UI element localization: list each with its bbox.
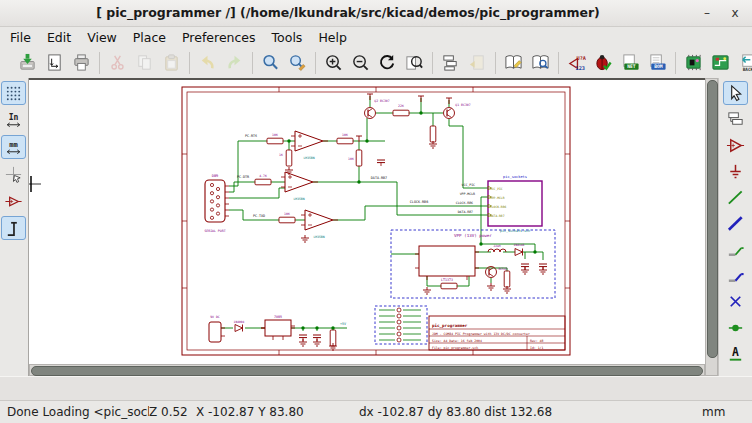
svg-text:10K: 10K	[284, 212, 290, 216]
tool-redo	[221, 50, 248, 76]
horizontal-scroll-thumb[interactable]	[31, 366, 703, 376]
tool-cut	[104, 50, 131, 76]
svg-text:CLOCK-RB6: CLOCK-RB6	[490, 205, 506, 209]
menu-place[interactable]: Place	[125, 28, 174, 47]
vertical-scrollbar[interactable]	[705, 78, 718, 376]
svg-text:mm: mm	[10, 140, 19, 149]
tool-save[interactable]	[14, 50, 41, 76]
tool-units-mm[interactable]: mm	[1, 135, 26, 159]
menu-view[interactable]: View	[79, 28, 125, 47]
titlebar: [ pic_programmer /] (/home/lkundrak/src/…	[0, 0, 752, 27]
tool-cursor-shape[interactable]	[1, 162, 26, 186]
svg-text:Id: 1/1: Id: 1/1	[530, 346, 544, 350]
grid-icon	[4, 84, 23, 103]
toolbar-left: Inmm	[0, 78, 29, 376]
tool-library-browser[interactable]	[527, 50, 554, 76]
tool-zoom-out[interactable]	[347, 50, 374, 76]
page-settings-icon	[45, 53, 64, 72]
svg-text:U?A: U?A	[577, 55, 586, 61]
svg-text:VCC_PIC: VCC_PIC	[461, 183, 475, 187]
menu-help[interactable]: Help	[310, 28, 355, 47]
tool-zoom-fit[interactable]	[401, 50, 428, 76]
tool-wire-to-bus[interactable]	[723, 237, 748, 261]
svg-text:Size: A4 Date: 16 feb 200: Size: A4 Date: 16 feb 2004	[432, 339, 482, 343]
tool-netlist[interactable]: NET	[617, 50, 644, 76]
tool-hierarchy-sheet[interactable]	[723, 107, 748, 131]
tool-cursor[interactable]	[723, 81, 748, 105]
cvpcb-icon	[684, 53, 703, 72]
tool-grid[interactable]	[1, 81, 26, 105]
svg-text:7805: 7805	[274, 315, 282, 319]
tool-print[interactable]	[68, 50, 95, 76]
minimize-button[interactable]: –	[696, 4, 718, 22]
tool-place-power[interactable]	[723, 159, 748, 183]
tool-hierarchy-navigator[interactable]	[437, 50, 464, 76]
tool-find[interactable]	[257, 50, 284, 76]
svg-text:Q2 BC307: Q2 BC307	[374, 99, 389, 103]
tool-back-annotate[interactable]: BACK	[734, 50, 752, 76]
menu-preferences[interactable]: Preferences	[174, 28, 264, 47]
tool-annotate[interactable]: U?A123	[563, 50, 590, 76]
tool-zoom-redraw[interactable]	[374, 50, 401, 76]
tool-erc[interactable]	[590, 50, 617, 76]
status-message: Done Loading <pic_socke...	[0, 405, 149, 419]
statusbar: Done Loading <pic_socke... Z 0.52 X -102…	[0, 400, 752, 423]
tool-find-replace[interactable]	[284, 50, 311, 76]
tool-pcbnew[interactable]	[707, 50, 734, 76]
toolbar-separator	[99, 52, 100, 74]
tool-no-connect[interactable]	[723, 289, 748, 313]
svg-text:10K: 10K	[348, 157, 354, 161]
vertical-scroll-thumb[interactable]	[707, 80, 718, 358]
tool-cvpcb[interactable]	[680, 50, 707, 76]
svg-text:VPP-MCLR: VPP-MCLR	[460, 192, 475, 196]
svg-text:DATA-RB7: DATA-RB7	[371, 176, 387, 180]
tool-bus-to-bus[interactable]	[723, 263, 748, 287]
menu-edit[interactable]: Edit	[39, 28, 79, 47]
tool-place-label[interactable]: A	[723, 341, 748, 365]
window-title: [ pic_programmer /] (/home/lkundrak/src/…	[0, 5, 696, 20]
tool-units-inch[interactable]: In	[1, 108, 26, 132]
toolbar-top: U?A123NETBOMBACK	[0, 48, 752, 79]
zoom-in-icon	[324, 53, 343, 72]
toolbar-separator	[558, 52, 559, 74]
menu-file[interactable]: File	[2, 28, 39, 47]
svg-text:VPP-MCLR: VPP-MCLR	[490, 196, 505, 200]
close-button[interactable]: x	[724, 4, 746, 22]
find-replace-icon	[288, 53, 307, 72]
status-delta: dx -102.87 dy 83.80 dist 132.68	[359, 405, 612, 419]
svg-text:+5V: +5V	[340, 322, 346, 326]
tool-hidden-pins[interactable]	[1, 189, 26, 213]
horizontal-scrollbar[interactable]	[29, 364, 705, 376]
tool-leave-sheet	[464, 50, 491, 76]
svg-text:VCC_PIC: VCC_PIC	[490, 187, 503, 191]
toolbar-separator	[189, 52, 190, 74]
status-position: X -102.87 Y 83.80	[196, 405, 359, 419]
netlist-icon: NET	[621, 53, 640, 72]
tool-page-settings[interactable]	[41, 50, 68, 76]
menu-tools[interactable]: Tools	[264, 28, 311, 47]
svg-text:JDM - COM84 PIC Programmer wit: JDM - COM84 PIC Programmer with 13V DC/D…	[432, 332, 530, 336]
toolbar-separator	[252, 52, 253, 74]
svg-text:10K: 10K	[272, 133, 278, 137]
svg-text:Q1 BC307: Q1 BC307	[455, 103, 470, 107]
svg-text:PC-TXD: PC-TXD	[253, 214, 265, 218]
tool-library-editor[interactable]	[500, 50, 527, 76]
tool-hv-orientation[interactable]	[1, 216, 26, 240]
status-zoom: Z 0.52	[149, 405, 196, 419]
svg-text:SERIAL PORT: SERIAL PORT	[204, 229, 225, 233]
tool-junction[interactable]	[723, 315, 748, 339]
erc-icon	[594, 53, 613, 72]
tool-zoom-in[interactable]	[320, 50, 347, 76]
svg-text:BC547: BC547	[498, 267, 507, 271]
toolbar-separator	[315, 52, 316, 74]
tool-place-bus[interactable]	[723, 211, 748, 235]
junction-icon	[726, 318, 745, 337]
main-area: Inmm pic_programmerJDM - COM84 PIC Progr…	[0, 78, 752, 376]
tool-bom[interactable]: BOM	[644, 50, 671, 76]
find-icon	[261, 53, 280, 72]
schematic-canvas[interactable]: pic_programmerJDM - COM84 PIC Programmer…	[29, 78, 705, 364]
svg-text:LM358N: LM358N	[303, 156, 314, 160]
tool-place-wire[interactable]	[723, 185, 748, 209]
tool-place-component[interactable]	[723, 133, 748, 157]
svg-text:1N4148: 1N4148	[514, 243, 525, 247]
